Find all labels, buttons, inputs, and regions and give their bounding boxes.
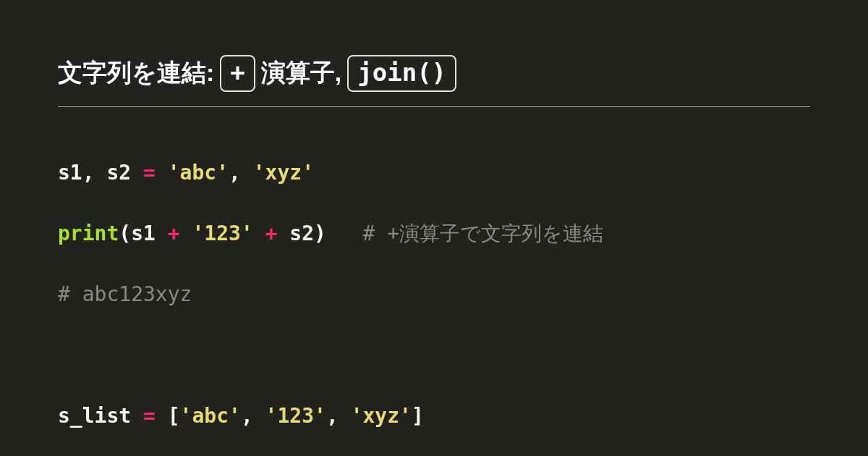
tok-paren: ) <box>314 221 326 245</box>
tok-string: 'abc' <box>168 161 229 185</box>
code-line-2: print(s1 + '123' + s2) # +演算子で文字列を連結 <box>58 219 810 249</box>
tok-string: 'xyz' <box>351 404 412 428</box>
code-line-blank <box>58 340 810 371</box>
tok-comment: # +演算子で文字列を連結 <box>362 221 603 245</box>
tok-string: '123' <box>192 221 252 245</box>
tok-bracket: ] <box>412 404 424 428</box>
tok-space <box>277 221 289 245</box>
tok-comment: # abc123xyz <box>58 282 192 306</box>
heading-text-1: 文字列を連結: <box>58 56 214 90</box>
tok-identifier: s1 <box>131 221 168 245</box>
heading-code-plus: + <box>220 55 255 92</box>
section-heading: 文字列を連結: + 演算子, join() <box>58 55 810 107</box>
tok-comma: , <box>229 161 253 185</box>
tok-space <box>326 221 363 245</box>
tok-equals: = <box>143 404 156 428</box>
tok-plus: + <box>168 221 180 245</box>
code-block: s1, s2 = 'abc', 'xyz' print(s1 + '123' +… <box>58 127 810 456</box>
code-line-1: s1, s2 = 'abc', 'xyz' <box>58 158 810 188</box>
tok-string: 'xyz' <box>253 161 314 185</box>
tok-paren: ( <box>119 221 131 245</box>
tok-bracket: [ <box>168 404 180 428</box>
tok-comma: , <box>326 404 351 428</box>
tok-comma: , <box>241 404 265 428</box>
tok-space <box>253 221 265 245</box>
tok-plus: + <box>265 221 278 245</box>
tok-space <box>156 404 168 428</box>
code-line-5: s_list = ['abc', '123', 'xyz'] <box>58 401 810 431</box>
tok-function: print <box>58 221 119 245</box>
tok-space <box>156 161 168 185</box>
tok-identifiers: s1, s2 <box>58 161 143 185</box>
tok-string: 'abc' <box>180 404 241 428</box>
tok-equals: = <box>143 161 156 185</box>
heading-code-join: join() <box>347 55 456 92</box>
tok-string: '123' <box>265 404 326 428</box>
tok-identifier: s_list <box>58 404 143 428</box>
heading-text-2: 演算子, <box>261 56 341 90</box>
code-line-3: # abc123xyz <box>58 279 810 310</box>
tok-space <box>180 221 192 245</box>
tok-identifier: s2 <box>289 221 314 245</box>
